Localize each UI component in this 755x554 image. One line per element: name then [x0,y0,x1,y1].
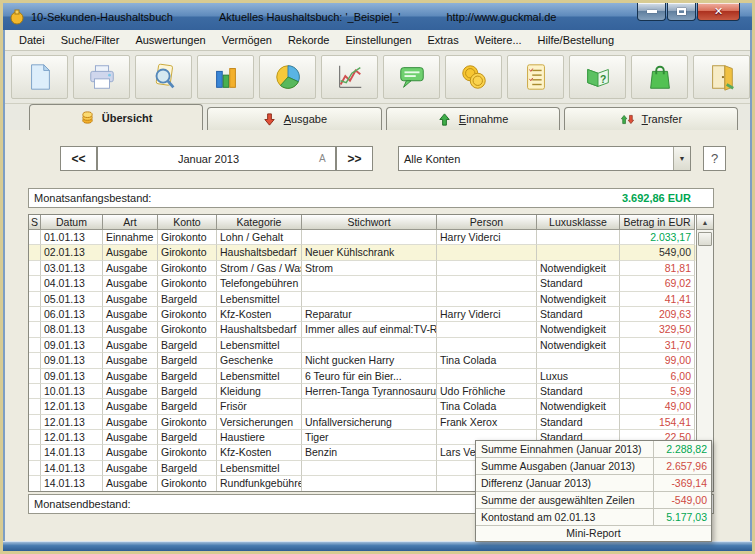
cell-lux[interactable] [537,230,620,245]
tab-ausgabe[interactable]: Ausgabe [207,107,381,130]
cell-konto[interactable]: Girokonto [158,415,217,430]
cell-s[interactable] [29,445,41,460]
column-header-betrag[interactable]: Betrag in EUR [620,215,695,230]
cell-datum[interactable]: 09.01.13 [41,353,103,368]
tab-transfer[interactable]: Transfer [564,107,738,130]
menu-item-rekorde[interactable]: Rekorde [280,32,338,48]
cell-stich[interactable]: Unfallversicherung [302,415,437,430]
cell-kat[interactable]: Lebensmittel [217,292,302,307]
cell-art[interactable]: Ausgabe [103,399,158,414]
cell-person[interactable] [437,322,537,337]
cell-art[interactable]: Ausgabe [103,353,158,368]
cell-stich[interactable]: 6 Teuro für ein Bier... [302,369,437,384]
cell-art[interactable]: Ausgabe [103,292,158,307]
cell-stich[interactable] [302,292,437,307]
new-file-button[interactable] [11,55,68,99]
cell-person[interactable]: Tina Colada [437,399,537,414]
scrollbar-thumb[interactable] [698,232,712,246]
cell-person[interactable] [437,245,537,260]
cell-s[interactable] [29,338,41,353]
table-row[interactable]: 06.01.13AusgabeGirokontoKfz-KostenRepara… [29,307,713,322]
column-header-kat[interactable]: Kategorie [217,215,302,230]
cell-s[interactable] [29,415,41,430]
cell-datum[interactable]: 12.01.13 [41,415,103,430]
cell-konto[interactable]: Girokonto [158,322,217,337]
column-header-stich[interactable]: Stichwort [302,215,437,230]
tab-uebersicht[interactable]: Übersicht [29,104,203,130]
help-book-button[interactable]: ? [569,55,626,99]
column-header-lux[interactable]: Luxusklasse [537,215,620,230]
comment-button[interactable] [383,55,440,99]
cell-s[interactable] [29,276,41,291]
title-bar[interactable]: 10-Sekunden-Haushaltsbuch Aktuelles Haus… [3,3,752,30]
cell-art[interactable]: Ausgabe [103,307,158,322]
account-filter-select[interactable]: Alle Konten ▼ [398,146,691,171]
cell-betrag[interactable]: 5,99 [620,384,695,399]
cell-person[interactable]: Harry Viderci [437,307,537,322]
cell-kat[interactable]: Rundfunkgebühren [217,476,302,491]
line-chart-button[interactable] [321,55,378,99]
cell-kat[interactable]: Geschenke [217,353,302,368]
cell-art[interactable]: Ausgabe [103,261,158,276]
cell-stich[interactable] [302,399,437,414]
cell-art[interactable]: Ausgabe [103,430,158,445]
cell-konto[interactable]: Bargeld [158,399,217,414]
close-button[interactable]: ✕ [697,3,740,21]
cell-betrag[interactable]: 81,81 [620,261,695,276]
bar-chart-button[interactable] [197,55,254,99]
cell-konto[interactable]: Bargeld [158,461,217,476]
cell-konto[interactable]: Girokonto [158,261,217,276]
cell-betrag[interactable]: 549,00 [620,245,695,260]
cell-art[interactable]: Ausgabe [103,245,158,260]
tab-einnahme[interactable]: Einnahme [386,107,560,130]
cell-s[interactable] [29,369,41,384]
cell-kat[interactable]: Haushaltsbedarf [217,245,302,260]
column-header-art[interactable]: Art [103,215,158,230]
cell-art[interactable]: Ausgabe [103,384,158,399]
cell-s[interactable] [29,322,41,337]
cell-lux[interactable] [537,245,620,260]
cell-person[interactable] [437,276,537,291]
cell-betrag[interactable]: 69,02 [620,276,695,291]
cell-person[interactable] [437,261,537,276]
cell-datum[interactable]: 14.01.13 [41,445,103,460]
cell-s[interactable] [29,261,41,276]
next-month-button[interactable]: >> [336,146,373,171]
cell-stich[interactable]: Nicht gucken Harry [302,353,437,368]
cell-s[interactable] [29,461,41,476]
cell-s[interactable] [29,353,41,368]
cell-kat[interactable]: Strom / Gas / Wasser [217,261,302,276]
menu-item-extras[interactable]: Extras [420,32,467,48]
cell-stich[interactable]: Tiger [302,430,437,445]
dropdown-arrow-icon[interactable]: ▼ [673,147,690,170]
cell-datum[interactable]: 05.01.13 [41,292,103,307]
cell-stich[interactable]: Benzin [302,445,437,460]
cell-lux[interactable]: Notwendigkeit [537,292,620,307]
cell-lux[interactable]: Notwendigkeit [537,261,620,276]
cell-betrag[interactable]: 209,63 [620,307,695,322]
cell-datum[interactable]: 09.01.13 [41,338,103,353]
cell-datum[interactable]: 08.01.13 [41,322,103,337]
column-header-datum[interactable]: Datum [41,215,103,230]
table-row[interactable]: 04.01.13AusgabeGirokontoTelefongebührenS… [29,276,713,291]
cell-s[interactable] [29,430,41,445]
cell-konto[interactable]: Bargeld [158,369,217,384]
cell-art[interactable]: Einnahme [103,230,158,245]
cell-datum[interactable]: 12.01.13 [41,399,103,414]
cell-art[interactable]: Ausgabe [103,445,158,460]
cell-kat[interactable]: Haushaltsbedarf [217,322,302,337]
cell-art[interactable]: Ausgabe [103,338,158,353]
cell-kat[interactable]: Lebensmittel [217,369,302,384]
cell-betrag[interactable]: 31,70 [620,338,695,353]
cell-kat[interactable]: Kfz-Kosten [217,307,302,322]
cell-konto[interactable]: Girokonto [158,307,217,322]
cell-person[interactable]: Harry Viderci [437,230,537,245]
menu-item-weitere-[interactable]: Weitere... [467,32,530,48]
cell-art[interactable]: Ausgabe [103,461,158,476]
cell-lux[interactable]: Standard [537,307,620,322]
print-button[interactable] [73,55,130,99]
cell-kat[interactable]: Telefongebühren [217,276,302,291]
column-header-s[interactable]: S [29,215,41,230]
table-row[interactable]: 10.01.13AusgabeBargeldKleidungHerren-Tan… [29,384,713,399]
cell-konto[interactable]: Bargeld [158,430,217,445]
